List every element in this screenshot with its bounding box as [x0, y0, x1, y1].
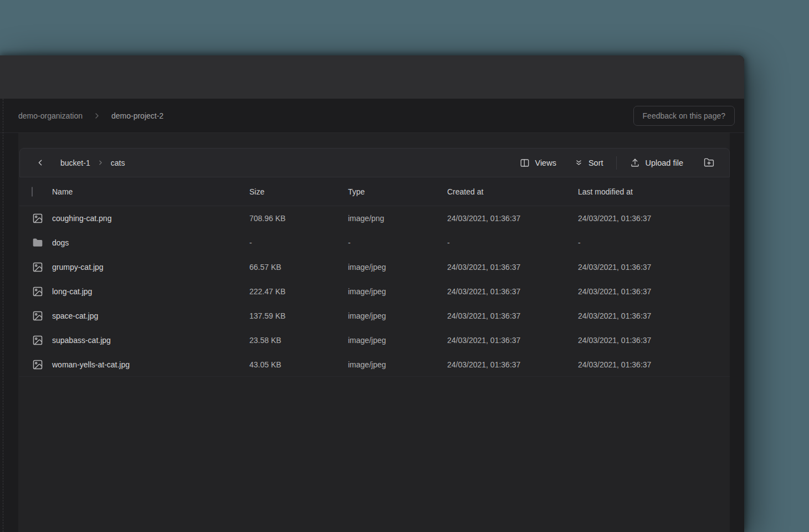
- file-type-icon-cell: [32, 359, 52, 370]
- sort-button[interactable]: Sort: [572, 155, 606, 171]
- panel-columns-icon: [520, 158, 530, 168]
- image-icon: [32, 213, 43, 224]
- file-type: image/jpeg: [348, 287, 447, 296]
- table-row[interactable]: woman-yells-at-cat.jpg 43.05 KB image/jp…: [19, 352, 730, 377]
- table-row[interactable]: coughing-cat.png 708.96 KB image/png 24/…: [19, 206, 730, 231]
- bucket-breadcrumb: bucket-1 cats: [60, 158, 125, 167]
- file-type-icon-cell: [32, 237, 52, 248]
- table-row[interactable]: space-cat.jpg 137.59 KB image/jpeg 24/03…: [19, 304, 730, 328]
- file-type-icon-cell: [32, 262, 52, 273]
- toolbar-right: Views Sort: [518, 155, 717, 171]
- file-type-icon-cell: [32, 213, 52, 224]
- table-row[interactable]: long-cat.jpg 222.47 KB image/jpeg 24/03/…: [19, 279, 730, 304]
- file-size: 222.47 KB: [249, 287, 348, 296]
- file-name: supabass-cat.jpg: [52, 336, 249, 345]
- toolbar-divider: [616, 156, 617, 170]
- column-header-name[interactable]: Name: [52, 187, 249, 196]
- table-row[interactable]: grumpy-cat.jpg 66.57 KB image/jpeg 24/03…: [19, 255, 730, 279]
- file-modified-at: 24/03/2021, 01:36:37: [578, 287, 730, 296]
- upload-file-button[interactable]: Upload file: [628, 155, 685, 171]
- file-type-icon-cell: [32, 310, 52, 321]
- file-modified-at: 24/03/2021, 01:36:37: [578, 311, 730, 320]
- file-created-at: -: [447, 238, 578, 247]
- column-header-type[interactable]: Type: [348, 187, 447, 196]
- file-browser-card: bucket-1 cats Views: [19, 148, 730, 377]
- file-type: image/jpeg: [348, 336, 447, 345]
- file-size: 66.57 KB: [249, 263, 348, 272]
- file-name: dogs: [52, 238, 249, 247]
- file-created-at: 24/03/2021, 01:36:37: [447, 336, 578, 345]
- file-size: 708.96 KB: [249, 214, 348, 223]
- image-icon: [32, 335, 43, 346]
- select-all-checkbox[interactable]: [32, 187, 33, 197]
- upload-file-label: Upload file: [645, 158, 683, 167]
- panel-edge-divider: [3, 99, 3, 532]
- file-type: image/jpeg: [348, 311, 447, 320]
- file-name: woman-yells-at-cat.jpg: [52, 360, 249, 369]
- file-name: grumpy-cat.jpg: [52, 263, 249, 272]
- breadcrumb: demo-organization demo-project-2: [18, 111, 163, 120]
- file-name: coughing-cat.png: [52, 214, 249, 223]
- column-header-created[interactable]: Created at: [447, 187, 578, 196]
- file-created-at: 24/03/2021, 01:36:37: [447, 287, 578, 296]
- sort-label: Sort: [588, 158, 603, 167]
- file-created-at: 24/03/2021, 01:36:37: [447, 263, 578, 272]
- feedback-button[interactable]: Feedback on this page?: [633, 106, 735, 126]
- file-created-at: 24/03/2021, 01:36:37: [447, 214, 578, 223]
- image-icon: [32, 286, 43, 297]
- file-type-icon-cell: [32, 286, 52, 297]
- image-icon: [32, 310, 43, 321]
- file-size: -: [249, 238, 348, 247]
- file-size: 23.58 KB: [249, 336, 348, 345]
- views-button[interactable]: Views: [518, 155, 558, 171]
- breadcrumb-bucket[interactable]: bucket-1: [60, 158, 90, 167]
- table-row[interactable]: supabass-cat.jpg 23.58 KB image/jpeg 24/…: [19, 328, 730, 352]
- chevron-right-icon: [93, 111, 101, 120]
- explorer-toolbar: bucket-1 cats Views: [19, 148, 730, 177]
- file-modified-at: 24/03/2021, 01:36:37: [578, 263, 730, 272]
- file-size: 137.59 KB: [249, 311, 348, 320]
- column-header-modified[interactable]: Last modified at: [578, 187, 730, 196]
- breadcrumb-project[interactable]: demo-project-2: [111, 111, 163, 120]
- toolbar-left: bucket-1 cats: [33, 156, 125, 170]
- file-modified-at: 24/03/2021, 01:36:37: [578, 360, 730, 369]
- table-header: Name Size Type Created at Last modified …: [19, 177, 730, 206]
- file-created-at: 24/03/2021, 01:36:37: [447, 360, 578, 369]
- table-row[interactable]: dogs - - - -: [19, 231, 730, 255]
- breadcrumb-organization[interactable]: demo-organization: [18, 111, 83, 120]
- org-header: demo-organization demo-project-2 Feedbac…: [0, 99, 744, 133]
- storage-explorer-panel: bucket-1 cats Views: [18, 133, 730, 532]
- file-size: 43.05 KB: [249, 360, 348, 369]
- folder-icon: [32, 237, 43, 248]
- file-type-icon-cell: [32, 335, 52, 346]
- chevron-right-icon: [97, 159, 104, 166]
- app-window: demo-organization demo-project-2 Feedbac…: [0, 55, 744, 532]
- image-icon: [32, 262, 43, 273]
- window-chrome-bar: [0, 55, 744, 99]
- breadcrumb-current-folder[interactable]: cats: [111, 158, 125, 167]
- file-modified-at: -: [578, 238, 730, 247]
- file-type: image/png: [348, 214, 447, 223]
- create-folder-button[interactable]: [701, 155, 717, 171]
- content-area: bucket-1 cats Views: [0, 133, 744, 532]
- folder-plus-icon: [704, 157, 714, 168]
- file-created-at: 24/03/2021, 01:36:37: [447, 311, 578, 320]
- file-type: -: [348, 238, 447, 247]
- file-modified-at: 24/03/2021, 01:36:37: [578, 214, 730, 223]
- file-name: long-cat.jpg: [52, 287, 249, 296]
- back-button[interactable]: [33, 156, 47, 170]
- column-header-size[interactable]: Size: [249, 187, 348, 196]
- upload-icon: [630, 158, 640, 168]
- image-icon: [32, 359, 43, 370]
- chevron-left-icon: [35, 158, 45, 167]
- table-body: coughing-cat.png 708.96 KB image/png 24/…: [19, 206, 730, 377]
- file-modified-at: 24/03/2021, 01:36:37: [578, 336, 730, 345]
- file-name: space-cat.jpg: [52, 311, 249, 320]
- chevrons-down-icon: [574, 158, 583, 167]
- file-type: image/jpeg: [348, 360, 447, 369]
- file-type: image/jpeg: [348, 263, 447, 272]
- views-label: Views: [535, 158, 556, 167]
